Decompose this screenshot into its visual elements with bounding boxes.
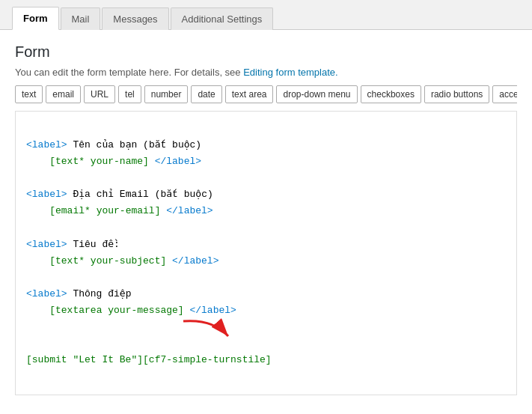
page-wrapper: Form Mail Messages Additional Settings F…: [0, 0, 532, 414]
content-area: Form You can edit the form template here…: [0, 30, 532, 410]
tabs-bar: Form Mail Messages Additional Settings: [0, 0, 532, 30]
tag-btn-accept[interactable]: accep: [492, 85, 517, 103]
tab-additional-settings[interactable]: Additional Settings: [171, 7, 274, 30]
tag-btn-tel[interactable]: tel: [118, 85, 141, 103]
tag-btn-date[interactable]: date: [191, 85, 221, 103]
tab-messages[interactable]: Messages: [102, 7, 168, 30]
red-arrow-icon: [176, 315, 236, 345]
tag-btn-radio[interactable]: radio buttons: [424, 85, 489, 103]
tag-buttons-row: text email URL tel number date text area…: [15, 85, 517, 103]
tag-btn-number[interactable]: number: [144, 85, 189, 103]
description: You can edit the form template here. For…: [15, 67, 517, 78]
editing-template-link[interactable]: Editing form template.: [243, 67, 337, 78]
code-line-submit: [submit "Let It Be"][cf7-simple-turnstil…: [26, 354, 272, 365]
tag-btn-dropdown[interactable]: drop-down menu: [276, 85, 357, 103]
tab-mail[interactable]: Mail: [61, 7, 101, 30]
tag-btn-textarea[interactable]: text area: [225, 85, 274, 103]
code-editor[interactable]: <label> Tên của bạn (bắt buộc) [text* yo…: [15, 111, 517, 395]
tag-btn-url[interactable]: URL: [84, 85, 115, 103]
code-line-1: <label> Tên của bạn (bắt buộc) [text* yo…: [26, 139, 201, 167]
tag-btn-checkboxes[interactable]: checkboxes: [361, 85, 421, 103]
tag-btn-text[interactable]: text: [15, 85, 43, 103]
code-line-4: <label> Thông điệp [textarea your-messag…: [26, 288, 236, 316]
tag-btn-email[interactable]: email: [46, 85, 81, 103]
code-line-2: <label> Địa chỉ Email (bắt buộc) [email*…: [26, 189, 213, 216]
tab-form[interactable]: Form: [12, 7, 59, 30]
section-title: Form: [15, 43, 517, 61]
code-line-3: <label> Tiêu đề: [text* your-subject] </…: [26, 239, 218, 267]
